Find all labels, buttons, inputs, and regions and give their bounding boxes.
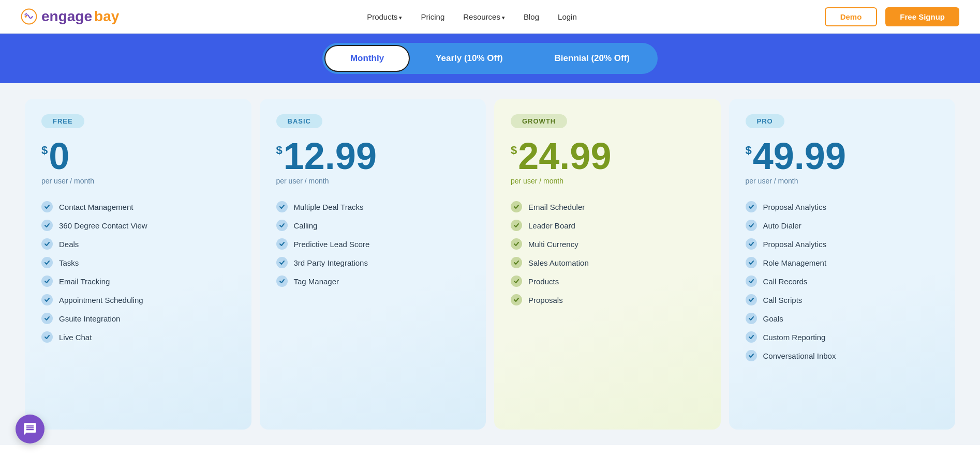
check-icon: [41, 331, 53, 343]
plan-card-pro: PRO $ 49.99 per user / month Proposal An…: [729, 99, 956, 430]
list-item: Call Scripts: [746, 290, 939, 309]
price-amount-pro: 49.99: [753, 137, 846, 175]
list-item: Gsuite Integration: [41, 309, 235, 328]
biennial-toggle[interactable]: Biennial (20% Off): [529, 45, 656, 72]
logo-engage: engage: [41, 8, 92, 25]
feature-text: Email Tracking: [59, 277, 110, 286]
price-dollar-basic: $: [276, 144, 283, 157]
list-item: Predictive Lead Score: [276, 235, 470, 253]
nav-resources[interactable]: Resources: [463, 12, 505, 21]
check-icon: [41, 313, 53, 324]
check-icon: [41, 220, 53, 231]
billing-toggle: Monthly Yearly (10% Off) Biennial (20% O…: [322, 43, 658, 74]
list-item: Appointment Scheduling: [41, 290, 235, 309]
check-icon: [746, 331, 757, 343]
plan-card-basic: BASIC $ 12.99 per user / month Multiple …: [260, 99, 486, 430]
feature-text: Goals: [763, 314, 783, 323]
check-icon: [511, 201, 522, 212]
logo-bay: bay: [94, 8, 119, 25]
check-icon: [276, 257, 288, 268]
list-item: Sales Automation: [511, 253, 704, 272]
monthly-toggle[interactable]: Monthly: [324, 45, 410, 72]
list-item: Email Tracking: [41, 272, 235, 290]
check-icon: [41, 257, 53, 268]
feature-text: Call Scripts: [763, 296, 803, 304]
price-amount-growth: 24.99: [518, 137, 611, 175]
price-period-basic: per user / month: [276, 177, 470, 185]
check-icon: [511, 276, 522, 287]
features-list-free: Contact Management 360 Degree Contact Vi…: [41, 197, 235, 346]
list-item: Multi Currency: [511, 235, 704, 253]
feature-text: Products: [528, 277, 559, 286]
price-period-pro: per user / month: [746, 177, 939, 185]
features-list-growth: Email Scheduler Leader Board Multi Curre…: [511, 197, 704, 309]
price-amount-free: 0: [49, 137, 69, 175]
features-list-pro: Proposal Analytics Auto Dialer Proposal …: [746, 197, 939, 365]
feature-text: Tag Manager: [294, 277, 339, 286]
list-item: Proposal Analytics: [746, 235, 939, 253]
feature-text: Deals: [59, 240, 79, 249]
check-icon: [41, 238, 53, 250]
svg-point-1: [25, 16, 27, 18]
list-item: Proposals: [511, 290, 704, 309]
list-item: Conversational Inbox: [746, 346, 939, 365]
check-icon: [746, 350, 757, 361]
feature-text: Appointment Scheduling: [59, 296, 143, 304]
plan-badge-pro: PRO: [746, 114, 784, 128]
check-icon: [746, 313, 757, 324]
nav-pricing[interactable]: Pricing: [421, 12, 444, 21]
feature-text: Email Scheduler: [528, 203, 585, 211]
feature-text: Contact Management: [59, 203, 133, 211]
feature-text: Custom Reporting: [763, 333, 826, 342]
list-item: Products: [511, 272, 704, 290]
list-item: Email Scheduler: [511, 197, 704, 216]
list-item: Proposal Analytics: [746, 197, 939, 216]
feature-text: Sales Automation: [528, 258, 589, 267]
chat-bubble[interactable]: [16, 415, 44, 443]
list-item: Deals: [41, 235, 235, 253]
list-item: Calling: [276, 216, 470, 235]
logo[interactable]: engagebay: [21, 8, 119, 25]
check-icon: [511, 294, 522, 305]
check-icon: [746, 220, 757, 231]
feature-text: Call Records: [763, 277, 808, 286]
yearly-toggle[interactable]: Yearly (10% Off): [410, 45, 528, 72]
feature-text: Gsuite Integration: [59, 314, 120, 323]
plan-card-growth: GROWTH $ 24.99 per user / month Email Sc…: [494, 99, 721, 430]
list-item: Role Management: [746, 253, 939, 272]
nav-buttons: Demo Free Signup: [825, 7, 959, 26]
nav-products[interactable]: Products: [367, 12, 402, 21]
feature-text: Auto Dialer: [763, 221, 801, 230]
feature-text: Multi Currency: [528, 240, 578, 249]
check-icon: [41, 201, 53, 212]
check-icon: [276, 220, 288, 231]
demo-button[interactable]: Demo: [825, 7, 878, 26]
check-icon: [746, 276, 757, 287]
price-wrap-free: $ 0: [41, 137, 235, 175]
list-item: Custom Reporting: [746, 328, 939, 346]
feature-text: Tasks: [59, 258, 79, 267]
list-item: 360 Degree Contact View: [41, 216, 235, 235]
plan-badge-growth: GROWTH: [511, 114, 567, 128]
feature-text: Proposals: [528, 296, 563, 304]
list-item: Tasks: [41, 253, 235, 272]
check-icon: [276, 201, 288, 212]
list-item: Tag Manager: [276, 272, 470, 290]
navbar: engagebay Products Pricing Resources Blo…: [0, 0, 980, 34]
price-wrap-basic: $ 12.99: [276, 137, 470, 175]
feature-text: Conversational Inbox: [763, 351, 836, 360]
plan-badge-free: FREE: [41, 114, 84, 128]
price-wrap-growth: $ 24.99: [511, 137, 704, 175]
nav-blog[interactable]: Blog: [524, 12, 539, 21]
nav-links: Products Pricing Resources Blog Login: [367, 12, 577, 21]
check-icon: [276, 276, 288, 287]
list-item: Multiple Deal Tracks: [276, 197, 470, 216]
check-icon: [41, 276, 53, 287]
signup-button[interactable]: Free Signup: [885, 7, 959, 26]
list-item: Call Records: [746, 272, 939, 290]
price-period-growth: per user / month: [511, 177, 704, 185]
nav-login[interactable]: Login: [558, 12, 577, 21]
check-icon: [511, 257, 522, 268]
feature-text: Multiple Deal Tracks: [294, 203, 364, 211]
feature-text: Role Management: [763, 258, 827, 267]
